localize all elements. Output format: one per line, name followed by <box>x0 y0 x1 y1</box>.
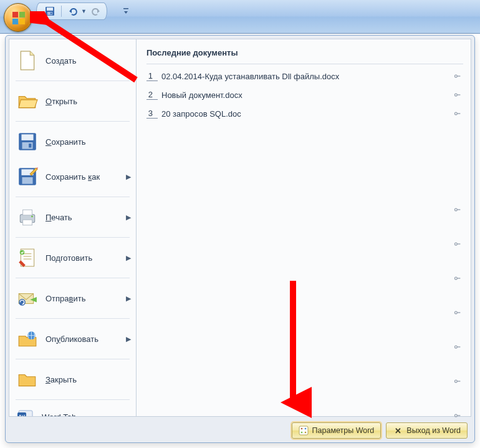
svg-point-35 <box>454 311 457 314</box>
pin-icon[interactable] <box>452 71 463 82</box>
svg-rect-2 <box>12 19 18 24</box>
menu-save-as[interactable]: Сохранить как ▶ <box>9 159 136 194</box>
svg-rect-5 <box>47 7 53 11</box>
pin-icon[interactable] <box>452 273 463 284</box>
word-options-label: Параметры Word <box>312 426 375 435</box>
chevron-right-icon: ▶ <box>126 335 131 343</box>
new-document-icon <box>17 50 38 71</box>
qat-customize-dropdown[interactable] <box>122 6 130 17</box>
menu-print-label: Печать <box>46 213 72 222</box>
svg-point-30 <box>454 94 457 96</box>
pin-icon[interactable] <box>452 307 463 318</box>
menu-close-label: Закрыть <box>46 375 77 384</box>
exit-word-button[interactable]: ✕ Выход из Word <box>386 422 468 439</box>
svg-point-36 <box>454 346 457 348</box>
recent-name: 20 запросов SQL.doc <box>161 109 452 119</box>
save-icon <box>45 6 55 16</box>
svg-text:W: W <box>19 413 26 416</box>
menu-separator <box>16 237 130 238</box>
pin-icon[interactable] <box>452 204 463 215</box>
office-logo-icon <box>12 11 26 25</box>
menu-open[interactable]: Открыть <box>9 84 136 119</box>
recent-index: 3 <box>146 109 158 119</box>
svg-point-21 <box>20 250 24 255</box>
svg-point-37 <box>454 380 457 382</box>
panel-footer: Параметры Word ✕ Выход из Word <box>9 419 471 442</box>
send-mail-icon <box>17 288 38 309</box>
pin-icon[interactable] <box>452 89 463 100</box>
menu-word-tab-label: Word Tab <box>42 412 76 417</box>
menu-save[interactable]: Сохранить <box>9 124 136 159</box>
open-folder-icon <box>17 90 38 112</box>
svg-rect-39 <box>299 426 308 435</box>
svg-rect-10 <box>21 134 33 140</box>
svg-point-34 <box>454 277 457 280</box>
svg-rect-1 <box>19 12 25 17</box>
pin-icon[interactable] <box>452 376 463 387</box>
recent-index: 2 <box>146 90 158 100</box>
menu-separator <box>16 121 130 122</box>
recent-documents-header: Последние документы <box>146 44 463 64</box>
chevron-right-icon: ▶ <box>126 213 131 222</box>
recent-name: 02.04.2014-Куда устанавливать Dll файлы.… <box>161 72 452 81</box>
chevron-right-icon: ▶ <box>126 254 131 262</box>
word-options-button[interactable]: Параметры Word <box>292 422 382 439</box>
close-icon: ✕ <box>393 426 403 436</box>
menu-print[interactable]: Печать ▶ <box>9 200 136 235</box>
close-folder-icon <box>17 369 38 390</box>
qat-save-button[interactable] <box>43 4 57 18</box>
menu-left-column: Создать Открыть Сохранить <box>9 39 137 416</box>
redo-icon <box>91 6 101 16</box>
svg-point-24 <box>23 303 24 304</box>
save-disk-icon <box>17 131 38 152</box>
svg-point-41 <box>304 428 306 430</box>
menu-prepare-label: Подготовить <box>46 253 92 263</box>
recent-document-item[interactable]: 2 Новый документ.docx <box>146 85 463 104</box>
qat-redo-button[interactable] <box>89 4 103 18</box>
undo-icon <box>68 6 78 16</box>
recent-document-item[interactable]: 3 20 запросов SQL.doc <box>146 104 463 123</box>
pin-icon[interactable] <box>452 238 463 250</box>
chevron-right-icon: ▶ <box>126 295 131 303</box>
extra-pin-column <box>452 204 463 421</box>
menu-save-label: Сохранить <box>46 137 86 147</box>
svg-point-29 <box>454 75 457 77</box>
svg-point-42 <box>300 432 302 434</box>
svg-point-43 <box>304 432 306 434</box>
office-button[interactable] <box>4 3 32 32</box>
menu-separator <box>16 278 130 278</box>
menu-publish[interactable]: Опубликовать ▶ <box>9 321 136 356</box>
recent-name: Новый документ.docx <box>161 90 452 100</box>
svg-point-33 <box>454 243 457 245</box>
exit-word-label: Выход из Word <box>406 426 461 435</box>
pin-icon[interactable] <box>452 108 463 119</box>
menu-send-label: Отправить <box>46 294 85 303</box>
svg-rect-7 <box>50 12 52 14</box>
menu-save-as-label: Сохранить как <box>46 172 100 182</box>
svg-point-40 <box>300 428 302 430</box>
qat-undo-button[interactable] <box>66 4 80 18</box>
recent-index: 1 <box>146 71 158 81</box>
menu-separator <box>16 197 130 197</box>
menu-close[interactable]: Закрыть <box>9 362 136 397</box>
svg-rect-18 <box>23 220 32 225</box>
pin-icon[interactable] <box>452 410 463 421</box>
options-icon <box>299 426 309 436</box>
recent-document-item[interactable]: 1 02.04.2014-Куда устанавливать Dll файл… <box>146 67 463 85</box>
menu-separator <box>16 399 130 400</box>
menu-create[interactable]: Создать <box>9 43 136 78</box>
menu-open-label: Открыть <box>46 97 77 106</box>
publish-icon <box>17 328 38 349</box>
recent-documents-pane: Последние документы 1 02.04.2014-Куда ус… <box>137 39 471 416</box>
menu-separator <box>16 80 130 81</box>
menu-publish-label: Опубликовать <box>46 334 98 344</box>
quick-access-toolbar: ▼ <box>36 2 107 20</box>
prepare-icon <box>17 247 38 268</box>
menu-prepare[interactable]: Подготовить ▶ <box>9 240 136 275</box>
pin-icon[interactable] <box>452 341 463 353</box>
menu-send[interactable]: Отправить ▶ <box>9 281 136 316</box>
undo-dropdown-icon[interactable]: ▼ <box>81 8 87 14</box>
svg-point-32 <box>454 208 457 211</box>
svg-rect-17 <box>23 210 32 215</box>
menu-word-tab[interactable]: W Word Tab <box>9 402 136 416</box>
